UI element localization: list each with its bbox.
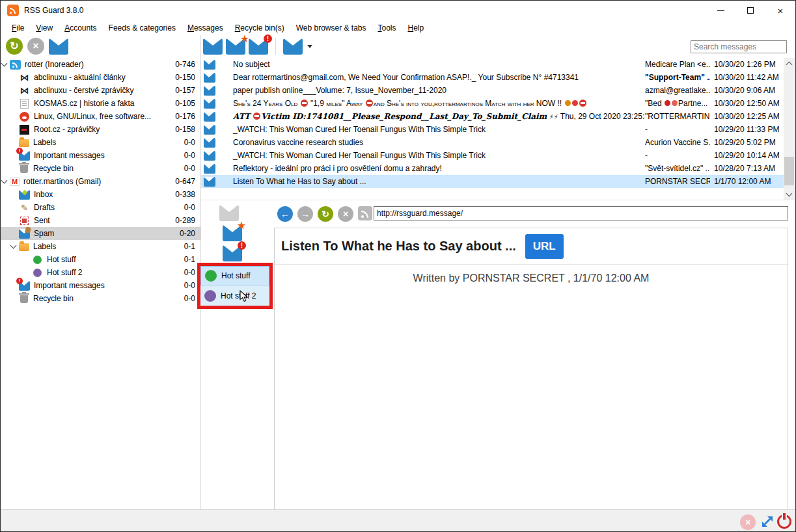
refresh-icon: ↻ [10,40,18,51]
quit-button[interactable] [777,514,791,529]
message-date: 10/29/20 10:14 AM [710,151,783,160]
feed-item-recycle-bin[interactable]: Recycle bin0-0 [1,162,200,175]
message-row[interactable]: Reflektory - ideální pro práci i pro osv… [201,162,795,175]
label-name: Hot stuff [221,271,250,280]
chevron-expanded-icon[interactable] [1,60,8,67]
toggle-important-button[interactable] [223,245,242,261]
message-row[interactable]: She's 24 Years Old "1,9 miles" Away and … [201,97,795,110]
feed-item-hot-stuff[interactable]: Hot stuff0-1 [1,253,200,266]
message-subject: No subject [215,60,645,69]
message-row[interactable]: Coronavirus vaccine research studiesAcur… [201,136,795,149]
feed-item-labels[interactable]: Labels0-0 [1,136,200,149]
toggle-starred-button[interactable] [223,225,242,241]
feed-count: 0-338 [171,190,195,199]
scroll-up-icon[interactable] [784,58,795,69]
fullscreen-button[interactable] [761,515,774,528]
message-date: 10/30/20 9:06 AM [710,86,783,95]
search-input[interactable] [691,40,787,53]
feed-label: Hot stuff [43,255,180,264]
menu-item-view[interactable]: View [30,21,59,34]
stop-load-button[interactable]: × [338,206,353,222]
feed-item-spam[interactable]: Spam0-20 [1,227,200,240]
feed-item-abclinuxu-erstv-zpr-vi-ky[interactable]: abclinuxu - čerstvé zprávičky0-157 [1,84,200,97]
circle-green-icon [33,256,42,264]
menu-item-recycle-bin-s-[interactable]: Recycle bin(s) [229,21,290,34]
feed-item-root-cz-zpr-vi-ky[interactable]: Root.cz - zprávičky0-158 [1,123,200,136]
message-author: "ROTTERMARTIN... [645,112,710,121]
feed-label: rotter (Inoreader) [21,60,171,69]
unread-mail-icon [204,86,215,96]
url-input[interactable] [374,206,788,220]
stop-update-button[interactable]: × [27,38,44,55]
feed-item-recycle-bin[interactable]: Recycle bin0-0 [1,292,200,305]
message-row[interactable]: Listen To What he Has to Say about ...PO… [201,175,795,188]
feed-item-kosmas-cz-historie-a-fakta[interactable]: KOSMAS.cz | historie a fakta0-105 [1,97,200,110]
feed-label: KOSMAS.cz | historie a fakta [30,99,171,108]
feed-item-labels[interactable]: Labels0-1 [1,240,200,253]
label-menu-item-hot-stuff-2[interactable]: Hot stuff 2 [200,286,269,306]
feed-item-sent[interactable]: Sent0-289 [1,214,200,227]
feed-count: 0-0 [180,151,195,160]
message-author: azmal@greatlake... [645,86,710,95]
close-button[interactable]: × [765,1,795,20]
mark-feed-read-button[interactable] [49,38,68,55]
update-feeds-button[interactable]: ↻ [6,38,23,55]
scroll-down-icon[interactable] [784,189,795,200]
feed-item-linux-gnu-linux-free-software[interactable]: Linux, GNU/Linux, free software...0-176 [1,110,200,123]
menu-item-messages[interactable]: Messages [182,21,229,34]
feed-count: 0-157 [171,86,195,95]
menu-item-accounts[interactable]: Accounts [59,21,102,34]
message-date: 1/1/70 12:00 AM [710,177,783,186]
forward-button[interactable]: → [297,206,313,222]
menu-item-feeds-categories[interactable]: Feeds & categories [103,21,182,34]
feed-item-important-messages[interactable]: Important messages0-0 [1,279,200,292]
maximize-button[interactable] [735,1,765,20]
message-row[interactable]: _WATCH: This Woman Cured Her Toenail Fun… [201,123,795,136]
gmail-icon [10,178,20,186]
menu-item-file[interactable]: File [6,21,30,34]
feed-count: 0-0 [180,164,195,173]
url-button[interactable]: URL [525,234,564,259]
message-author: Medicare Plan <e... [645,60,710,69]
rssguard-window: RSS Guard 3.8.0 × FileViewAccountsFeeds … [0,0,796,532]
message-subject: Coronavirus vaccine research studies [215,138,645,147]
message-subject: _WATCH: This Woman Cured Her Toenail Fun… [215,151,645,160]
menu-item-web-browser-tabs[interactable]: Web browser & tabs [290,21,372,34]
abclinuxu-icon [19,73,30,83]
feed-item-drafts[interactable]: Drafts0-0 [1,201,200,214]
feed-item-inbox[interactable]: Inbox0-338 [1,188,200,201]
stop-download-disabled-icon: × [740,514,756,530]
label-menu-item-hot-stuff[interactable]: Hot stuff [200,266,269,286]
menu-item-tools[interactable]: Tools [372,21,402,34]
spam-icon [19,229,30,239]
message-menu-button[interactable] [283,38,312,55]
mark-message-important-button[interactable] [249,38,268,55]
scrollbar-thumb[interactable] [784,157,794,185]
message-list-scrollbar[interactable] [784,58,795,200]
feed-label: Recycle bin [29,164,180,173]
feed-item-hot-stuff-2[interactable]: Hot stuff 20-0 [1,266,200,279]
mark-message-read-button[interactable] [203,38,223,55]
feed-count: 0-0 [180,281,195,290]
close-icon: × [778,5,784,16]
message-row[interactable]: ATT Victim ID:1741081__Please_Respond__L… [201,110,795,123]
toggle-read-button[interactable] [219,205,239,221]
message-row[interactable]: Dear rottermartinos@gmail.com, We Need Y… [201,71,795,84]
back-button[interactable]: ← [277,206,293,222]
circle-purple-icon [33,269,42,277]
message-row[interactable]: No subjectMedicare Plan <e...10/30/20 1:… [201,58,795,71]
feed-item-abclinuxu-aktu-ln-l-nky[interactable]: abclinuxu - aktuální články0-150 [1,71,200,84]
mark-message-starred-button[interactable] [226,38,245,55]
message-row[interactable]: _WATCH: This Woman Cured Her Toenail Fun… [201,149,795,162]
reload-button[interactable]: ↻ [318,206,333,222]
feed-item-important-messages[interactable]: Important messages0-0 [1,149,200,162]
feed-item-rotter-martinos-gmail[interactable]: rotter.martinos (Gmail)0-647 [1,175,200,188]
feed-count: 0-0 [180,268,195,277]
message-row[interactable]: paper publish online___Volume: 7, Issue_… [201,84,795,97]
feed-item-rotter-inoreader[interactable]: rotter (Inoreader)0-746 [1,58,200,71]
folder-icon [19,139,29,147]
chevron-expanded-icon[interactable] [1,178,8,184]
minimize-button[interactable] [706,1,735,20]
chevron-expanded-icon[interactable] [10,243,17,249]
menu-item-help[interactable]: Help [402,21,430,34]
